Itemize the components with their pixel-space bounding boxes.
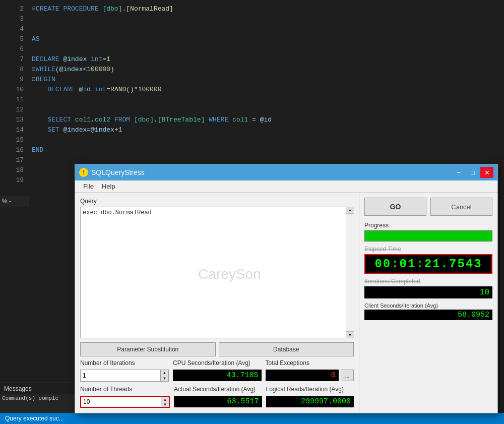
messages-tab[interactable]: Messages [0, 383, 75, 394]
client-seconds-section: Client Seconds/Iteration (Avg) 58.0952 [364, 302, 492, 320]
database-button[interactable]: Database [219, 342, 354, 356]
dialog-left-panel: Query exec dbo.NormalRead ▲ ▼ CareySon P… [75, 193, 359, 413]
file-menu[interactable]: File [79, 181, 98, 191]
actual-seconds-field: Actual Seconds/Iteration (Avg) 63.5517 [174, 386, 262, 408]
window-controls: − □ ✕ [452, 167, 493, 178]
actual-seconds-label: Actual Seconds/Iteration (Avg) [174, 386, 262, 393]
cancel-button[interactable]: Cancel [430, 198, 492, 216]
progress-label: Progress [364, 222, 492, 229]
iterations-input-container: ▲ ▼ [80, 370, 169, 382]
threads-spinner: ▲ ▼ [161, 397, 169, 407]
threads-row: Number of Threads ▲ ▼ Actual Seconds/Ite… [80, 386, 354, 408]
sqlquerystress-dialog: ! SQLQueryStress − □ ✕ File Help Query e… [75, 164, 498, 413]
query-textarea[interactable]: exec dbo.NormalRead [80, 207, 354, 338]
go-button[interactable]: GO [364, 198, 426, 216]
warning-icon: ! [79, 168, 88, 177]
scroll-track [346, 214, 354, 331]
scroll-down-btn[interactable]: ▼ [346, 331, 354, 338]
dialog-body: Query exec dbo.NormalRead ▲ ▼ CareySon P… [75, 193, 497, 413]
progress-bar-fill [365, 231, 492, 241]
elapsed-section: Elapsed Time 00:01:21.7543 [364, 246, 492, 274]
threads-label: Number of Threads [80, 386, 170, 393]
parameter-substitution-button[interactable]: Parameter Substitution [80, 342, 216, 356]
total-exceptions-display: 0 [266, 370, 339, 381]
threads-input-container: ▲ ▼ [80, 396, 170, 408]
elapsed-label: Elapsed Time [364, 246, 492, 253]
threads-fields: Number of Threads ▲ ▼ Actual Seconds/Ite… [80, 386, 354, 408]
cpu-seconds-field: CPU Seconds/Iteration (Avg) 43.7105 [173, 359, 262, 382]
dialog-titlebar: ! SQLQueryStress − □ ✕ [75, 164, 497, 180]
threads-down-btn[interactable]: ▼ [161, 402, 169, 407]
logical-reads-label: Logical Reads/Iteration (Avg) [266, 386, 354, 393]
logical-reads-display: 299997.0000 [266, 396, 354, 407]
logical-reads-field: Logical Reads/Iteration (Avg) 299997.000… [266, 386, 354, 408]
iterations-completed-section: Iterations Completed 10 [364, 278, 492, 298]
cpu-seconds-display: 43.7105 [173, 370, 262, 381]
threads-up-btn[interactable]: ▲ [161, 397, 169, 402]
query-wrapper: exec dbo.NormalRead ▲ ▼ CareySon [80, 207, 354, 338]
total-exceptions-field: Total Exceptions 0 ... [266, 359, 354, 382]
status-bar: Query executed suc... [0, 413, 504, 424]
line-numbers: 2 3 4 5 6 7 8 9 10 11 12 13 14 15 16 17 … [0, 0, 28, 424]
action-buttons-row: Parameter Substitution Database [80, 342, 354, 356]
exceptions-detail-button[interactable]: ... [341, 370, 354, 381]
client-seconds-label: Client Seconds/Iteration (Avg) [364, 302, 492, 309]
iterations-down-btn[interactable]: ▼ [161, 376, 168, 381]
actual-seconds-display: 63.5517 [174, 396, 262, 407]
iterations-row: Number of Iterations ▲ ▼ CPU Seconds/Ite… [80, 359, 354, 382]
minimize-button[interactable]: − [452, 167, 465, 178]
iterations-input[interactable] [81, 370, 160, 381]
total-exceptions-label: Total Exceptions [266, 359, 354, 367]
elapsed-display: 00:01:21.7543 [364, 254, 492, 274]
scroll-up-btn[interactable]: ▲ [346, 207, 354, 214]
threads-input[interactable] [81, 397, 161, 407]
title-left: ! SQLQueryStress [79, 168, 145, 177]
messages-content: Command(s) comple [0, 394, 75, 402]
iterations-completed-label: Iterations Completed [364, 278, 492, 285]
iterations-spinner: ▲ ▼ [160, 370, 168, 381]
query-scrollbar[interactable]: ▲ ▼ [346, 207, 354, 338]
iterations-label: Number of Iterations [80, 359, 169, 367]
maximize-button[interactable]: □ [466, 167, 479, 178]
progress-bar-container [364, 230, 492, 241]
dialog-right-panel: GO Cancel Progress Elapsed Time 00:01:21… [359, 193, 497, 413]
client-seconds-display: 58.0952 [364, 310, 492, 320]
messages-panel: Messages Command(s) comple [0, 383, 75, 413]
iterations-up-btn[interactable]: ▲ [161, 370, 168, 376]
help-menu[interactable]: Help [98, 181, 119, 191]
iterations-field: Number of Iterations ▲ ▼ [80, 359, 169, 382]
pct-indicator: % - [0, 196, 29, 207]
menu-bar: File Help [75, 180, 497, 193]
dialog-title: SQLQueryStress [91, 168, 145, 176]
status-text: Query executed suc... [5, 415, 64, 422]
threads-field: Number of Threads ▲ ▼ [80, 386, 170, 408]
query-label: Query [80, 198, 354, 205]
iterations-completed-display: 10 [364, 286, 492, 298]
close-button[interactable]: ✕ [480, 167, 493, 178]
progress-section: Progress [364, 222, 492, 241]
cpu-seconds-label: CPU Seconds/Iteration (Avg) [173, 359, 262, 367]
go-cancel-row: GO Cancel [364, 198, 492, 216]
exceptions-display-row: 0 ... [266, 370, 354, 381]
